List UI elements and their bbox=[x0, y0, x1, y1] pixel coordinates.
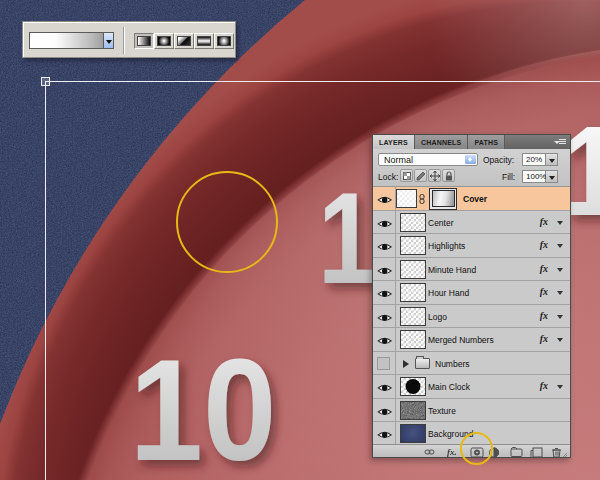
layer-effects-icon[interactable]: fx bbox=[540, 380, 548, 391]
layer-row-center[interactable]: Center fx bbox=[373, 211, 570, 235]
effects-collapse-arrow[interactable] bbox=[557, 315, 563, 319]
effects-collapse-arrow[interactable] bbox=[557, 244, 563, 248]
layer-effects-icon[interactable]: fx bbox=[540, 263, 548, 274]
tab-channels[interactable]: CHANNELS bbox=[415, 135, 469, 149]
radial-gradient-icon bbox=[157, 36, 171, 46]
marquee-handle[interactable] bbox=[42, 78, 50, 86]
visibility-eye-icon[interactable] bbox=[377, 265, 392, 279]
layer-name[interactable]: Highlights bbox=[428, 241, 465, 251]
visibility-eye-icon[interactable] bbox=[377, 406, 392, 420]
angle-gradient-button[interactable] bbox=[174, 33, 194, 49]
layer-effects-icon[interactable]: fx bbox=[540, 216, 548, 227]
add-layer-style-icon[interactable]: fx. bbox=[447, 447, 457, 457]
layer-thumbnail[interactable] bbox=[400, 260, 426, 279]
effects-collapse-arrow[interactable] bbox=[557, 221, 563, 225]
effects-collapse-arrow[interactable] bbox=[557, 268, 563, 272]
lock-transparency-button[interactable] bbox=[400, 169, 413, 182]
gradient-picker-dropdown[interactable] bbox=[104, 32, 114, 49]
visibility-eye-icon[interactable] bbox=[377, 429, 392, 443]
visibility-eye-icon[interactable] bbox=[377, 218, 392, 232]
layer-thumbnail[interactable] bbox=[400, 401, 426, 420]
layer-name[interactable]: Merged Numbers bbox=[428, 335, 494, 345]
layer-thumbnail[interactable] bbox=[400, 330, 426, 349]
lock-label: Lock: bbox=[378, 172, 398, 182]
effects-collapse-arrow[interactable] bbox=[557, 385, 563, 389]
lock-pixels-button[interactable] bbox=[414, 169, 427, 182]
group-folder-icon bbox=[415, 358, 430, 369]
layer-row-numbers-group[interactable]: Numbers bbox=[373, 352, 570, 376]
blend-mode-select[interactable]: Normal bbox=[378, 153, 478, 166]
layer-name[interactable]: Main Clock bbox=[428, 382, 470, 392]
visibility-eye-icon[interactable] bbox=[377, 241, 392, 255]
visibility-eye-icon[interactable] bbox=[377, 288, 392, 302]
visibility-eye-icon[interactable] bbox=[377, 194, 392, 208]
visibility-checkbox-empty[interactable] bbox=[377, 357, 390, 370]
effects-collapse-arrow[interactable] bbox=[557, 291, 563, 295]
layer-list: Cover Center fx Highlights fx bbox=[373, 187, 570, 446]
layer-name[interactable]: Cover bbox=[463, 194, 487, 204]
panel-controls: Normal Opacity: 20% Lock: bbox=[373, 149, 570, 187]
toolbar-separator bbox=[123, 27, 124, 54]
layer-thumbnail[interactable] bbox=[400, 424, 426, 443]
layer-row-minute-hand[interactable]: Minute Hand fx bbox=[373, 258, 570, 282]
lock-position-button[interactable] bbox=[428, 169, 441, 182]
fill-value[interactable]: 100% bbox=[522, 170, 546, 183]
layer-effects-icon[interactable]: fx bbox=[540, 239, 548, 250]
dropdown-arrow-icon bbox=[106, 40, 112, 44]
layer-row-merged-numbers[interactable]: Merged Numbers fx bbox=[373, 328, 570, 352]
linear-gradient-icon bbox=[137, 36, 151, 46]
tab-paths[interactable]: PATHS bbox=[468, 135, 505, 149]
layer-thumbnail[interactable] bbox=[400, 307, 426, 326]
delete-layer-icon[interactable] bbox=[552, 448, 561, 457]
layer-row-texture[interactable]: Texture bbox=[373, 399, 570, 423]
number-ten: 10 bbox=[130, 329, 277, 480]
blend-stepper-icon bbox=[465, 155, 476, 164]
visibility-eye-icon[interactable] bbox=[377, 312, 392, 326]
diamond-gradient-button[interactable] bbox=[214, 33, 234, 49]
tab-layers[interactable]: LAYERS bbox=[373, 135, 415, 149]
layer-effects-icon[interactable]: fx bbox=[540, 286, 548, 297]
layer-mask-thumbnail[interactable] bbox=[429, 188, 457, 210]
layer-row-cover[interactable]: Cover bbox=[373, 187, 570, 211]
group-expand-arrow[interactable] bbox=[403, 360, 409, 368]
lock-all-button[interactable] bbox=[442, 169, 455, 182]
new-layer-icon[interactable] bbox=[531, 448, 542, 458]
layers-panel: LAYERS CHANNELS PATHS Normal Opacity: 20… bbox=[372, 134, 571, 458]
panel-resize-grip[interactable] bbox=[563, 453, 567, 457]
layer-effects-icon[interactable]: fx bbox=[540, 310, 548, 321]
fill-label: Fill: bbox=[502, 172, 515, 182]
layer-thumbnail[interactable] bbox=[396, 189, 417, 208]
mask-link-icon[interactable] bbox=[419, 194, 425, 206]
visibility-eye-icon[interactable] bbox=[377, 335, 392, 349]
visibility-eye-icon[interactable] bbox=[377, 382, 392, 396]
layer-thumbnail[interactable] bbox=[400, 213, 426, 232]
opacity-value[interactable]: 20% bbox=[522, 153, 546, 166]
layer-effects-icon[interactable]: fx bbox=[540, 333, 548, 344]
layer-row-logo[interactable]: Logo fx bbox=[373, 305, 570, 329]
lock-buttons bbox=[400, 169, 455, 183]
fill-dropdown-button[interactable] bbox=[546, 170, 558, 183]
opacity-dropdown-button[interactable] bbox=[546, 153, 558, 166]
linear-gradient-button[interactable] bbox=[134, 33, 154, 49]
new-group-icon[interactable] bbox=[511, 447, 522, 456]
opacity-label: Opacity: bbox=[483, 155, 514, 165]
effects-collapse-arrow[interactable] bbox=[557, 338, 563, 342]
layer-name[interactable]: Hour Hand bbox=[428, 288, 469, 298]
layer-row-main-clock[interactable]: Main Clock fx bbox=[373, 375, 570, 399]
layer-thumbnail[interactable] bbox=[400, 377, 426, 396]
layer-name[interactable]: Texture bbox=[428, 406, 456, 416]
photoshop-canvas: 1 10 1 LAYERS CHANNELS PATHS bbox=[0, 0, 600, 480]
reflected-gradient-button[interactable] bbox=[194, 33, 214, 49]
layer-name[interactable]: Numbers bbox=[435, 359, 469, 369]
gradient-preview-swatch[interactable] bbox=[29, 32, 104, 49]
link-layers-icon[interactable] bbox=[425, 450, 434, 454]
layer-name[interactable]: Center bbox=[428, 218, 454, 228]
radial-gradient-button[interactable] bbox=[154, 33, 174, 49]
layer-name[interactable]: Logo bbox=[428, 312, 447, 322]
layer-row-highlights[interactable]: Highlights fx bbox=[373, 234, 570, 258]
layer-thumbnail[interactable] bbox=[400, 236, 426, 255]
layer-name[interactable]: Minute Hand bbox=[428, 265, 476, 275]
layer-thumbnail[interactable] bbox=[400, 283, 426, 302]
layer-row-hour-hand[interactable]: Hour Hand fx bbox=[373, 281, 570, 305]
panel-menu-icon[interactable] bbox=[554, 139, 566, 146]
